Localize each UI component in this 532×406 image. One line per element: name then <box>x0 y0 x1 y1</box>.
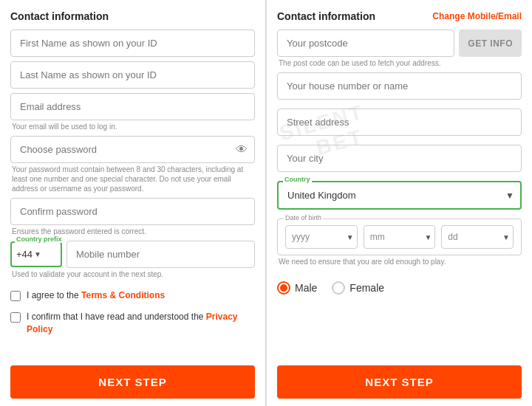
country-prefix-wrapper: Country prefix +44 ▼ <box>10 241 62 268</box>
dob-year-select[interactable]: yyyy <box>285 225 358 249</box>
get-info-button[interactable]: GET INFO <box>459 30 522 57</box>
terms-checkbox[interactable] <box>10 291 21 301</box>
male-radio-inner <box>280 284 287 292</box>
right-next-button[interactable]: NEXT STEP <box>277 365 522 399</box>
left-panel-title: Contact information <box>10 10 109 22</box>
left-panel: Contact information Your email will be u… <box>0 0 266 406</box>
dob-month-select[interactable]: mm <box>364 225 436 249</box>
password-wrapper: 👁 <box>10 136 255 163</box>
password-group: 👁 Your password must contain between 8 a… <box>10 136 255 193</box>
password-input[interactable] <box>10 136 255 163</box>
dob-mm-wrapper: mm ▼ <box>364 225 436 249</box>
right-header: Contact information Change Mobile/Email <box>277 10 522 22</box>
postcode-hint: The post code can be used to fetch your … <box>277 58 522 68</box>
street-group <box>277 109 522 136</box>
dob-yyyy-wrapper: yyyy ▼ <box>285 225 358 249</box>
prefix-value: +44 <box>16 249 33 260</box>
phone-hint: Used to validate your account in the nex… <box>10 269 255 279</box>
country-group: Country United Kingdom ▼ <box>277 181 522 210</box>
country-select[interactable]: United Kingdom <box>277 181 522 210</box>
left-header: Contact information <box>10 10 255 22</box>
dob-dd-wrapper: dd ▼ <box>441 225 514 249</box>
terms-checkbox-group: I agree to the Terms & Conditions <box>10 289 255 302</box>
dob-section: Date of birth yyyy ▼ mm ▼ <box>277 219 522 255</box>
confirm-password-input[interactable] <box>10 198 255 225</box>
change-mobile-email-link[interactable]: Change Mobile/Email <box>432 11 522 21</box>
terms-text: I agree to the <box>27 290 81 300</box>
dob-label: Date of birth <box>284 214 323 221</box>
terms-link[interactable]: Terms & Conditions <box>81 290 165 300</box>
male-radio-circle[interactable] <box>277 281 290 295</box>
email-input[interactable] <box>10 93 255 120</box>
right-panel: SILENT BET Contact information Change Mo… <box>266 0 532 406</box>
city-group <box>277 145 522 172</box>
prefix-label: Country prefix <box>15 235 64 243</box>
privacy-text: I confirm that I have read and understoo… <box>27 312 206 322</box>
email-group: Your email will be used to log in. <box>10 93 255 131</box>
confirm-password-group: Ensures the password entered is correct. <box>10 198 255 236</box>
phone-row: Country prefix +44 ▼ <box>10 241 255 268</box>
street-input[interactable] <box>277 109 522 136</box>
gender-row: Male Female <box>277 281 522 295</box>
gender-female-option[interactable]: Female <box>332 281 384 295</box>
privacy-checkbox-group: I confirm that I have read and understoo… <box>10 311 255 336</box>
privacy-checkbox[interactable] <box>10 312 21 323</box>
dob-day-select[interactable]: dd <box>441 225 514 249</box>
right-panel-title: Contact information <box>277 10 375 22</box>
first-name-input[interactable] <box>10 30 255 57</box>
dob-hint: We need to ensure that you are old enoug… <box>277 257 522 266</box>
dob-group: Date of birth yyyy ▼ mm ▼ <box>277 219 522 266</box>
male-label: Male <box>295 282 317 294</box>
city-input[interactable] <box>277 145 522 172</box>
house-group <box>277 72 522 100</box>
prefix-arrow-icon: ▼ <box>34 250 41 258</box>
postcode-input[interactable] <box>277 30 454 57</box>
country-select-wrapper: Country United Kingdom ▼ <box>277 181 522 210</box>
eye-icon[interactable]: 👁 <box>236 143 248 156</box>
country-field-label: Country <box>283 176 312 183</box>
first-name-group <box>10 30 255 57</box>
postcode-row: GET INFO <box>277 30 522 57</box>
female-label: Female <box>349 282 384 294</box>
postcode-group: GET INFO The post code can be used to fe… <box>277 30 522 68</box>
terms-label: I agree to the Terms & Conditions <box>27 289 165 302</box>
privacy-label: I confirm that I have read and understoo… <box>27 311 255 336</box>
left-next-button[interactable]: NEXT STEP <box>10 365 255 399</box>
gender-male-option[interactable]: Male <box>277 281 317 295</box>
country-prefix-box[interactable]: Country prefix +44 ▼ <box>10 241 62 267</box>
female-radio-circle[interactable] <box>332 281 345 295</box>
right-form-body: GET INFO The post code can be used to fe… <box>277 30 522 365</box>
password-hint: Your password must contain between 8 and… <box>10 165 255 193</box>
dob-row: yyyy ▼ mm ▼ dd ▼ <box>285 225 514 249</box>
phone-group: Country prefix +44 ▼ Used to validate yo… <box>10 241 255 279</box>
email-hint: Your email will be used to log in. <box>10 122 255 131</box>
last-name-group <box>10 61 255 89</box>
last-name-input[interactable] <box>10 61 255 89</box>
mobile-input[interactable] <box>66 241 255 268</box>
house-input[interactable] <box>277 72 522 100</box>
